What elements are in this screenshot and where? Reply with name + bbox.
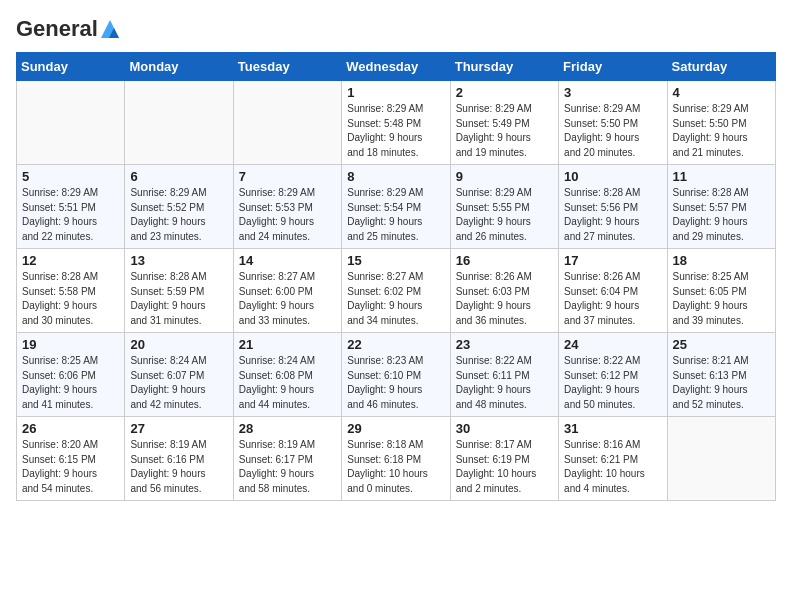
calendar-day-16: 16Sunrise: 8:26 AM Sunset: 6:03 PM Dayli… [450, 249, 558, 333]
calendar-day-15: 15Sunrise: 8:27 AM Sunset: 6:02 PM Dayli… [342, 249, 450, 333]
day-number: 16 [456, 253, 553, 268]
calendar-day-2: 2Sunrise: 8:29 AM Sunset: 5:49 PM Daylig… [450, 81, 558, 165]
day-number: 1 [347, 85, 444, 100]
day-number: 12 [22, 253, 119, 268]
day-number: 19 [22, 337, 119, 352]
calendar-day-10: 10Sunrise: 8:28 AM Sunset: 5:56 PM Dayli… [559, 165, 667, 249]
calendar-day-6: 6Sunrise: 8:29 AM Sunset: 5:52 PM Daylig… [125, 165, 233, 249]
calendar-table: SundayMondayTuesdayWednesdayThursdayFrid… [16, 52, 776, 501]
calendar-day-4: 4Sunrise: 8:29 AM Sunset: 5:50 PM Daylig… [667, 81, 775, 165]
calendar-week-5: 26Sunrise: 8:20 AM Sunset: 6:15 PM Dayli… [17, 417, 776, 501]
day-number: 6 [130, 169, 227, 184]
calendar-day-3: 3Sunrise: 8:29 AM Sunset: 5:50 PM Daylig… [559, 81, 667, 165]
day-info: Sunrise: 8:24 AM Sunset: 6:07 PM Dayligh… [130, 354, 227, 412]
calendar-day-13: 13Sunrise: 8:28 AM Sunset: 5:59 PM Dayli… [125, 249, 233, 333]
day-info: Sunrise: 8:28 AM Sunset: 5:56 PM Dayligh… [564, 186, 661, 244]
day-number: 4 [673, 85, 770, 100]
day-number: 18 [673, 253, 770, 268]
day-number: 3 [564, 85, 661, 100]
day-info: Sunrise: 8:19 AM Sunset: 6:16 PM Dayligh… [130, 438, 227, 496]
day-info: Sunrise: 8:24 AM Sunset: 6:08 PM Dayligh… [239, 354, 336, 412]
calendar-week-3: 12Sunrise: 8:28 AM Sunset: 5:58 PM Dayli… [17, 249, 776, 333]
day-info: Sunrise: 8:29 AM Sunset: 5:53 PM Dayligh… [239, 186, 336, 244]
calendar-day-24: 24Sunrise: 8:22 AM Sunset: 6:12 PM Dayli… [559, 333, 667, 417]
day-info: Sunrise: 8:18 AM Sunset: 6:18 PM Dayligh… [347, 438, 444, 496]
calendar-day-31: 31Sunrise: 8:16 AM Sunset: 6:21 PM Dayli… [559, 417, 667, 501]
calendar-day-19: 19Sunrise: 8:25 AM Sunset: 6:06 PM Dayli… [17, 333, 125, 417]
calendar-week-1: 1Sunrise: 8:29 AM Sunset: 5:48 PM Daylig… [17, 81, 776, 165]
day-info: Sunrise: 8:27 AM Sunset: 6:02 PM Dayligh… [347, 270, 444, 328]
day-number: 21 [239, 337, 336, 352]
calendar-day-5: 5Sunrise: 8:29 AM Sunset: 5:51 PM Daylig… [17, 165, 125, 249]
calendar-day-1: 1Sunrise: 8:29 AM Sunset: 5:48 PM Daylig… [342, 81, 450, 165]
calendar-day-empty [125, 81, 233, 165]
calendar-day-8: 8Sunrise: 8:29 AM Sunset: 5:54 PM Daylig… [342, 165, 450, 249]
day-number: 2 [456, 85, 553, 100]
day-number: 10 [564, 169, 661, 184]
weekday-header-saturday: Saturday [667, 53, 775, 81]
day-info: Sunrise: 8:17 AM Sunset: 6:19 PM Dayligh… [456, 438, 553, 496]
calendar-day-30: 30Sunrise: 8:17 AM Sunset: 6:19 PM Dayli… [450, 417, 558, 501]
day-number: 29 [347, 421, 444, 436]
day-info: Sunrise: 8:26 AM Sunset: 6:04 PM Dayligh… [564, 270, 661, 328]
calendar-day-20: 20Sunrise: 8:24 AM Sunset: 6:07 PM Dayli… [125, 333, 233, 417]
day-number: 5 [22, 169, 119, 184]
calendar-day-25: 25Sunrise: 8:21 AM Sunset: 6:13 PM Dayli… [667, 333, 775, 417]
day-info: Sunrise: 8:25 AM Sunset: 6:05 PM Dayligh… [673, 270, 770, 328]
day-number: 27 [130, 421, 227, 436]
day-info: Sunrise: 8:25 AM Sunset: 6:06 PM Dayligh… [22, 354, 119, 412]
calendar-day-empty [17, 81, 125, 165]
day-info: Sunrise: 8:20 AM Sunset: 6:15 PM Dayligh… [22, 438, 119, 496]
day-info: Sunrise: 8:29 AM Sunset: 5:52 PM Dayligh… [130, 186, 227, 244]
weekday-header-monday: Monday [125, 53, 233, 81]
weekday-header-thursday: Thursday [450, 53, 558, 81]
calendar-week-4: 19Sunrise: 8:25 AM Sunset: 6:06 PM Dayli… [17, 333, 776, 417]
day-info: Sunrise: 8:29 AM Sunset: 5:50 PM Dayligh… [564, 102, 661, 160]
logo-icon [99, 18, 121, 40]
calendar-day-23: 23Sunrise: 8:22 AM Sunset: 6:11 PM Dayli… [450, 333, 558, 417]
day-number: 13 [130, 253, 227, 268]
day-number: 23 [456, 337, 553, 352]
logo: General [16, 16, 122, 40]
calendar-week-2: 5Sunrise: 8:29 AM Sunset: 5:51 PM Daylig… [17, 165, 776, 249]
calendar-day-11: 11Sunrise: 8:28 AM Sunset: 5:57 PM Dayli… [667, 165, 775, 249]
day-info: Sunrise: 8:16 AM Sunset: 6:21 PM Dayligh… [564, 438, 661, 496]
day-info: Sunrise: 8:22 AM Sunset: 6:11 PM Dayligh… [456, 354, 553, 412]
calendar-day-22: 22Sunrise: 8:23 AM Sunset: 6:10 PM Dayli… [342, 333, 450, 417]
day-info: Sunrise: 8:28 AM Sunset: 5:58 PM Dayligh… [22, 270, 119, 328]
page-header: General [16, 16, 776, 40]
day-info: Sunrise: 8:22 AM Sunset: 6:12 PM Dayligh… [564, 354, 661, 412]
day-number: 20 [130, 337, 227, 352]
day-info: Sunrise: 8:29 AM Sunset: 5:50 PM Dayligh… [673, 102, 770, 160]
day-info: Sunrise: 8:29 AM Sunset: 5:49 PM Dayligh… [456, 102, 553, 160]
day-number: 8 [347, 169, 444, 184]
calendar-day-29: 29Sunrise: 8:18 AM Sunset: 6:18 PM Dayli… [342, 417, 450, 501]
calendar-day-12: 12Sunrise: 8:28 AM Sunset: 5:58 PM Dayli… [17, 249, 125, 333]
day-info: Sunrise: 8:29 AM Sunset: 5:55 PM Dayligh… [456, 186, 553, 244]
day-info: Sunrise: 8:26 AM Sunset: 6:03 PM Dayligh… [456, 270, 553, 328]
calendar-day-9: 9Sunrise: 8:29 AM Sunset: 5:55 PM Daylig… [450, 165, 558, 249]
day-info: Sunrise: 8:21 AM Sunset: 6:13 PM Dayligh… [673, 354, 770, 412]
day-number: 24 [564, 337, 661, 352]
calendar-day-26: 26Sunrise: 8:20 AM Sunset: 6:15 PM Dayli… [17, 417, 125, 501]
day-number: 31 [564, 421, 661, 436]
day-info: Sunrise: 8:29 AM Sunset: 5:54 PM Dayligh… [347, 186, 444, 244]
day-number: 25 [673, 337, 770, 352]
day-number: 15 [347, 253, 444, 268]
day-info: Sunrise: 8:29 AM Sunset: 5:48 PM Dayligh… [347, 102, 444, 160]
calendar-day-7: 7Sunrise: 8:29 AM Sunset: 5:53 PM Daylig… [233, 165, 341, 249]
day-number: 28 [239, 421, 336, 436]
day-number: 7 [239, 169, 336, 184]
calendar-day-18: 18Sunrise: 8:25 AM Sunset: 6:05 PM Dayli… [667, 249, 775, 333]
day-info: Sunrise: 8:23 AM Sunset: 6:10 PM Dayligh… [347, 354, 444, 412]
calendar-day-28: 28Sunrise: 8:19 AM Sunset: 6:17 PM Dayli… [233, 417, 341, 501]
calendar-day-21: 21Sunrise: 8:24 AM Sunset: 6:08 PM Dayli… [233, 333, 341, 417]
weekday-header-tuesday: Tuesday [233, 53, 341, 81]
day-number: 30 [456, 421, 553, 436]
calendar-day-17: 17Sunrise: 8:26 AM Sunset: 6:04 PM Dayli… [559, 249, 667, 333]
day-info: Sunrise: 8:28 AM Sunset: 5:59 PM Dayligh… [130, 270, 227, 328]
day-number: 11 [673, 169, 770, 184]
day-info: Sunrise: 8:27 AM Sunset: 6:00 PM Dayligh… [239, 270, 336, 328]
day-number: 9 [456, 169, 553, 184]
calendar-day-empty [667, 417, 775, 501]
